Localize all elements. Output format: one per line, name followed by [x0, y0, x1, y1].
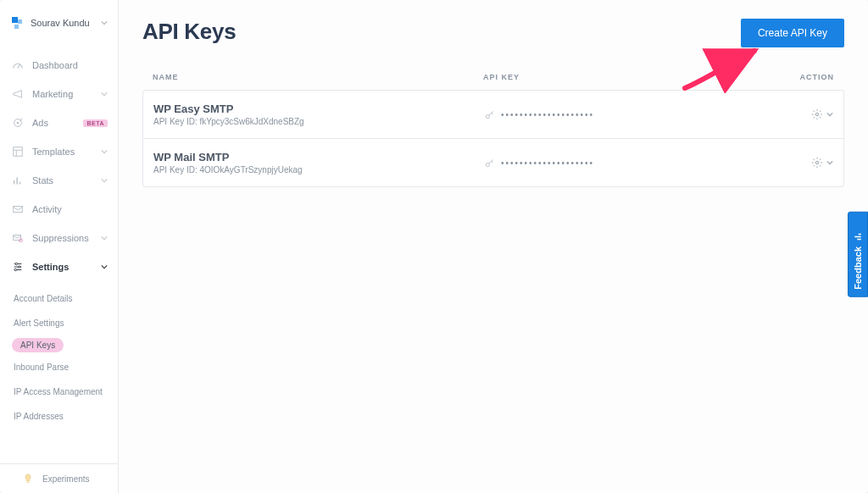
api-key-name: WP Mail SMTP — [153, 151, 484, 163]
gear-icon — [811, 108, 823, 120]
masked-key: •••••••••••••••••••• — [501, 158, 594, 168]
svg-point-12 — [815, 161, 819, 164]
chevron-down-icon — [101, 177, 108, 184]
chevron-down-icon — [101, 91, 108, 97]
feedback-tab[interactable]: Feedback — [848, 212, 868, 297]
mail-block-icon — [12, 232, 24, 244]
beta-badge: BETA — [83, 119, 108, 127]
brand-logo-icon — [12, 17, 24, 29]
subnav-inbound-parse[interactable]: Inbound Parse — [12, 357, 75, 377]
nav-label: Dashboard — [32, 61, 108, 70]
nav-activity[interactable]: Activity — [0, 195, 118, 224]
nav-label: Marketing — [32, 90, 101, 99]
key-icon — [484, 108, 496, 120]
chevron-down-icon — [826, 111, 833, 118]
row-action-menu[interactable] — [774, 157, 833, 169]
table-header-row: NAME API KEY ACTION — [142, 73, 844, 90]
settings-subnav: Account Details Alert Settings API Keys … — [0, 281, 118, 429]
svg-rect-3 — [14, 207, 23, 213]
experiments-label: Experiments — [42, 474, 90, 484]
nav-label: Activity — [32, 205, 108, 214]
chevron-down-icon — [101, 148, 108, 155]
table-body: WP Easy SMTP API Key ID: fkYpcy3cSw6kJdX… — [142, 90, 844, 187]
nav-label: Settings — [32, 263, 101, 272]
main-content: API Keys Create API Key NAME API KEY ACT… — [119, 0, 868, 493]
chevron-down-icon — [101, 235, 108, 241]
col-header-apikey: API KEY — [483, 73, 775, 81]
api-key-name: WP Easy SMTP — [153, 102, 484, 115]
chevron-down-icon — [101, 19, 108, 26]
primary-nav: Dashboard Marketing Ads BETA Templates S… — [0, 41, 118, 429]
cell-name: WP Mail SMTP API Key ID: 4OIOkAyGTrSzynp… — [153, 151, 484, 174]
megaphone-icon — [12, 88, 24, 100]
cell-name: WP Easy SMTP API Key ID: fkYpcy3cSw6kJdX… — [153, 102, 484, 126]
svg-point-6 — [15, 263, 17, 264]
gear-icon — [811, 157, 823, 169]
page-header: API Keys Create API Key — [142, 19, 844, 47]
svg-rect-2 — [14, 147, 23, 157]
svg-point-8 — [14, 269, 16, 270]
cell-apikey: •••••••••••••••••••• — [484, 157, 774, 169]
nav-label: Ads — [32, 119, 80, 128]
chevron-down-icon — [101, 263, 108, 270]
sidebar: Sourav Kundu Dashboard Marketing Ads BET… — [0, 0, 119, 493]
svg-point-1 — [17, 122, 19, 125]
create-api-key-button[interactable]: Create API Key — [741, 19, 844, 47]
svg-point-7 — [19, 266, 20, 268]
lightbulb-icon — [22, 473, 34, 485]
bar-chart-icon — [12, 174, 24, 186]
gauge-icon — [12, 59, 24, 71]
nav-suppressions[interactable]: Suppressions — [0, 224, 118, 252]
cell-apikey: •••••••••••••••••••• — [484, 108, 774, 120]
experiments-button[interactable]: Experiments — [0, 463, 118, 493]
nav-label: Templates — [32, 147, 101, 157]
col-header-name: NAME — [153, 73, 483, 81]
target-icon — [12, 117, 24, 129]
user-menu[interactable]: Sourav Kundu — [0, 12, 118, 41]
nav-marketing[interactable]: Marketing — [0, 80, 118, 108]
page-title: API Keys — [142, 19, 236, 45]
nav-settings[interactable]: Settings — [0, 252, 118, 281]
mail-icon — [12, 203, 24, 215]
nav-dashboard[interactable]: Dashboard — [0, 51, 118, 80]
table-row: WP Easy SMTP API Key ID: fkYpcy3cSw6kJdX… — [142, 90, 844, 139]
table-row: WP Mail SMTP API Key ID: 4OIOkAyGTrSzynp… — [142, 138, 844, 187]
row-action-menu[interactable] — [774, 108, 833, 120]
key-icon — [484, 157, 496, 169]
masked-key: •••••••••••••••••••• — [501, 110, 594, 119]
layout-icon — [12, 146, 24, 158]
svg-point-10 — [815, 113, 819, 116]
subnav-alert-settings[interactable]: Alert Settings — [12, 313, 70, 333]
subnav-account-details[interactable]: Account Details — [12, 289, 79, 308]
col-header-action: ACTION — [775, 73, 834, 81]
user-name: Sourav Kundu — [31, 18, 101, 28]
nav-stats[interactable]: Stats — [0, 166, 118, 195]
nav-templates[interactable]: Templates — [0, 137, 118, 166]
nav-label: Suppressions — [32, 234, 101, 243]
sliders-icon — [12, 261, 24, 273]
feedback-label: Feedback — [853, 246, 863, 290]
api-key-id: API Key ID: fkYpcy3cSw6kJdXdneSBZg — [153, 117, 484, 126]
bar-chart-icon — [853, 231, 863, 241]
subnav-ip-access[interactable]: IP Access Management — [12, 382, 109, 402]
api-key-id: API Key ID: 4OIOkAyGTrSzynpjyUekag — [153, 165, 484, 174]
subnav-api-keys[interactable]: API Keys — [12, 338, 64, 352]
app-frame: Sourav Kundu Dashboard Marketing Ads BET… — [0, 0, 868, 493]
nav-ads[interactable]: Ads BETA — [0, 108, 118, 137]
nav-label: Stats — [32, 176, 101, 186]
chevron-down-icon — [826, 159, 833, 166]
subnav-ip-addresses[interactable]: IP Addresses — [12, 407, 70, 426]
